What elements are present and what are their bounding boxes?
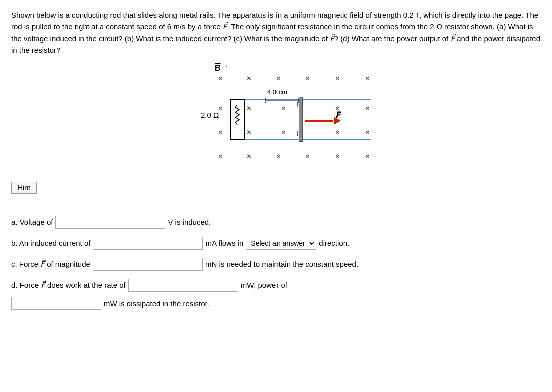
c-force-input[interactable] — [93, 258, 203, 271]
d-dissipated-input[interactable] — [11, 297, 101, 310]
resistor-symbol — [231, 105, 243, 130]
hint-button[interactable]: Hint — [11, 182, 37, 194]
resistor-label: 2.0 Ω — [201, 111, 219, 119]
x-mark: × — [365, 152, 370, 160]
x-mark: × — [335, 152, 340, 160]
x-mark: × — [247, 74, 251, 82]
problem-text: Shown below is a conducting rod that sli… — [11, 9, 541, 56]
a-suffix: V is induced. — [168, 216, 211, 229]
x-mark: × — [365, 104, 370, 112]
x-mark: × — [281, 128, 286, 136]
b-direction-select[interactable]: Select an answer clockwise counterclockw… — [246, 237, 316, 250]
cm-label: 4.0 cm — [263, 95, 301, 107]
hint-section: Hint — [11, 182, 541, 205]
diagram-container: B → × × × × × × × × × × × × × × × × × × … — [11, 63, 541, 173]
x-mark: × — [305, 74, 310, 82]
a-prefix: a. Voltage of — [11, 216, 53, 229]
b-mid: mA flows in — [205, 237, 243, 250]
x-mark: × — [218, 152, 223, 160]
x-mark: × — [305, 152, 310, 160]
resistor-box — [230, 99, 245, 140]
b-current-input[interactable] — [93, 237, 203, 250]
x-mark: × — [218, 128, 223, 136]
x-mark: × — [276, 74, 281, 82]
answer-row-c: c. Force F⃗ of magnitude mN is needed to… — [11, 258, 541, 271]
answer-row-b: b. An induced current of mA flows in Sel… — [11, 237, 541, 250]
arrow-down: ↓ — [295, 128, 300, 138]
force-arrow-line — [305, 120, 333, 122]
x-mark: × — [276, 152, 281, 160]
x-mark: × — [335, 74, 340, 82]
diagram: B → × × × × × × × × × × × × × × × × × × … — [171, 63, 381, 173]
b-suffix: direction. — [319, 237, 349, 250]
x-mark: × — [247, 128, 251, 136]
c-suffix: mN is needed to maintain the constant sp… — [205, 258, 358, 271]
answer-row-d2: mW is dissipated in the resistor. — [11, 297, 541, 310]
bracket-cm — [263, 95, 301, 105]
a-voltage-input[interactable] — [55, 216, 165, 229]
x-mark: × — [218, 74, 223, 82]
d-power-input[interactable] — [128, 279, 238, 292]
x-mark: × — [247, 104, 251, 112]
x-mark: × — [365, 74, 370, 82]
c-prefix: c. Force F⃗ of magnitude — [11, 258, 90, 271]
force-label: F⃗ — [335, 111, 340, 120]
b-prefix: b. An induced current of — [11, 237, 90, 250]
x-mark: × — [365, 128, 370, 136]
d-prefix: d. Force F⃗ does work at the rate of — [11, 279, 126, 292]
answer-row-a: a. Voltage of V is induced. — [11, 216, 541, 229]
b-vector-label: B → — [215, 63, 228, 73]
x-mark: × — [247, 152, 251, 160]
answer-row-d: d. Force F⃗ does work at the rate of mW;… — [11, 279, 541, 292]
x-mark: × — [335, 128, 340, 136]
d-mid: mW; power of — [241, 279, 287, 292]
d-suffix: mW is dissipated in the resistor. — [104, 299, 209, 308]
x-mark: × — [218, 104, 223, 112]
